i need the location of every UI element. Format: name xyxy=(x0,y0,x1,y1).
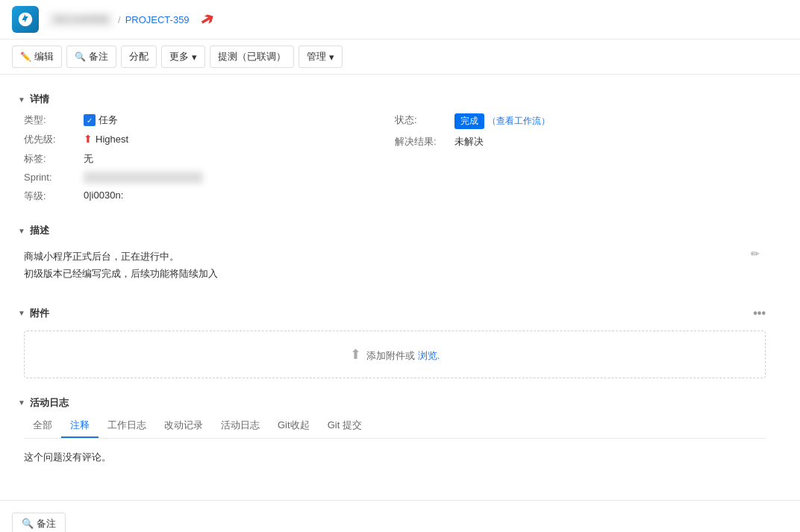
priority-row: 优先级: ⬆ Highest xyxy=(24,130,395,149)
manage-label: 管理 xyxy=(307,50,326,63)
breadcrumb-separator: / xyxy=(118,14,121,25)
attachments-section-header[interactable]: ▼ 附件 ••• xyxy=(18,301,766,325)
activity-toggle-icon: ▼ xyxy=(18,398,25,407)
attachments-section: ▼ 附件 ••• ⬆ 添加附件或 浏览. xyxy=(18,301,766,378)
priority-text: Highest xyxy=(96,134,128,145)
description-section-header[interactable]: ▼ 描述 xyxy=(18,218,766,242)
type-text: 任务 xyxy=(99,113,118,127)
activity-tabs: 全部 注释 工作日志 改动记录 活动日志 Git收起 Git 提交 xyxy=(24,414,766,439)
mention-label: 提测（已联调） xyxy=(218,50,286,63)
status-row: 状态: 完成 （查看工作流） xyxy=(395,110,766,132)
resolution-row: 解决结果: 未解决 xyxy=(395,132,766,151)
red-arrow-indicator: ➔ xyxy=(196,7,217,31)
sprint-blurred-bar xyxy=(84,172,203,184)
more-label: 更多 xyxy=(169,50,189,63)
more-button[interactable]: 更多 ▾ xyxy=(161,46,205,68)
pencil-icon: ✏️ xyxy=(20,51,31,62)
details-toggle-icon: ▼ xyxy=(18,96,25,104)
tab-comments[interactable]: 注释 xyxy=(61,414,99,438)
attachments-toggle-icon: ▼ xyxy=(18,309,25,317)
status-badge: 完成 xyxy=(454,113,484,129)
action-toolbar: ✏️ 编辑 🔍 备注 分配 更多 ▾ 提测（已联调） 管理 ▾ xyxy=(0,40,800,75)
tags-row: 标签: 无 xyxy=(24,149,395,169)
issue-id[interactable]: PROJECT-359 xyxy=(125,14,190,25)
priority-icon: ⬆ xyxy=(84,133,93,145)
rocket-icon xyxy=(17,11,34,28)
workflow-link[interactable]: （查看工作流） xyxy=(487,115,550,128)
upload-text: 添加附件或 xyxy=(366,350,415,361)
tags-value: 无 xyxy=(84,152,93,166)
details-left-col: 类型: ✓ 任务 优先级: ⬆ Highest xyxy=(24,110,395,206)
sprint-row: Sprint: xyxy=(24,169,395,187)
bottom-comment-button[interactable]: 🔍 备注 xyxy=(12,513,66,532)
type-value: ✓ 任务 xyxy=(84,113,118,127)
resolution-value: 未解决 xyxy=(454,135,484,148)
status-value: 完成 （查看工作流） xyxy=(454,113,550,129)
resolution-label: 解决结果: xyxy=(395,135,454,148)
activity-section-header[interactable]: ▼ 活动日志 xyxy=(18,390,766,414)
details-section-title: 详情 xyxy=(30,93,49,106)
edit-label: 编辑 xyxy=(34,50,54,63)
breadcrumb: 项目名称模糊 / PROJECT-359 ➔ xyxy=(48,10,213,29)
manage-button[interactable]: 管理 ▾ xyxy=(299,46,343,68)
tags-label: 标签: xyxy=(24,152,84,166)
description-section: ▼ 描述 商城小程序正式后台，正在进行中。 初级版本已经编写完成，后续功能将陆续… xyxy=(18,218,766,289)
activity-empty-message: 这个问题没有评论。 xyxy=(24,445,766,470)
activity-content: 全部 注释 工作日志 改动记录 活动日志 Git收起 Git 提交 这个问题没有… xyxy=(18,414,766,470)
level-value: 0|i0030n: xyxy=(84,190,123,201)
page-header: 项目名称模糊 / PROJECT-359 ➔ xyxy=(0,0,800,40)
details-right-col: 状态: 完成 （查看工作流） 解决结果: 未解决 xyxy=(395,110,766,206)
description-edit-icon[interactable]: ✏ xyxy=(751,245,760,263)
tab-git-pull[interactable]: Git收起 xyxy=(269,414,319,438)
attachment-dropzone[interactable]: ⬆ 添加附件或 浏览. xyxy=(24,331,766,378)
chevron-down-icon: ▾ xyxy=(192,51,197,63)
assign-label: 分配 xyxy=(129,50,149,63)
status-label: 状态: xyxy=(395,113,454,127)
level-label: 等级: xyxy=(24,190,84,203)
type-label: 类型: xyxy=(24,113,84,127)
bottom-toolbar: 🔍 备注 xyxy=(0,500,800,532)
app-logo xyxy=(12,6,39,33)
upload-icon: ⬆ xyxy=(350,347,361,362)
description-line1: 商城小程序正式后台，正在进行中。 xyxy=(24,248,766,265)
tab-changes[interactable]: 改动记录 xyxy=(155,414,212,438)
assign-button[interactable]: 分配 xyxy=(121,46,157,68)
description-section-title: 描述 xyxy=(30,224,49,237)
activity-section: ▼ 活动日志 全部 注释 工作日志 改动记录 活动日志 Git收起 Git 提交… xyxy=(18,390,766,470)
level-row: 等级: 0|i0030n: xyxy=(24,187,395,206)
search-icon: 🔍 xyxy=(75,51,86,62)
edit-button[interactable]: ✏️ 编辑 xyxy=(12,46,62,68)
details-section-header[interactable]: ▼ 详情 xyxy=(18,87,766,110)
attachments-content: ⬆ 添加附件或 浏览. xyxy=(18,331,766,378)
search-icon-bottom: 🔍 xyxy=(22,518,34,529)
sprint-value xyxy=(84,172,203,184)
attachments-more-icon[interactable]: ••• xyxy=(753,307,766,320)
attachments-section-title: 附件 xyxy=(30,307,49,320)
tab-activity[interactable]: 活动日志 xyxy=(212,414,269,438)
browse-link[interactable]: 浏览. xyxy=(418,350,440,361)
priority-label: 优先级: xyxy=(24,133,84,146)
comment-label: 备注 xyxy=(89,50,108,63)
activity-section-title: 活动日志 xyxy=(30,396,69,410)
description-toggle-icon: ▼ xyxy=(18,227,25,235)
mention-button[interactable]: 提测（已联调） xyxy=(210,46,294,68)
description-content: 商城小程序正式后台，正在进行中。 初级版本已经编写完成，后续功能将陆续加入 ✏ xyxy=(18,242,766,289)
task-checkbox-icon: ✓ xyxy=(84,114,96,126)
tab-all[interactable]: 全部 xyxy=(24,414,61,438)
description-text: 商城小程序正式后台，正在进行中。 初级版本已经编写完成，后续功能将陆续加入 ✏ xyxy=(24,242,766,289)
manage-chevron-icon: ▾ xyxy=(329,51,334,63)
comment-button[interactable]: 🔍 备注 xyxy=(66,46,116,68)
tab-git-commit[interactable]: Git 提交 xyxy=(319,414,371,438)
priority-value: ⬆ Highest xyxy=(84,133,128,145)
details-section: ▼ 详情 类型: ✓ 任务 优先级: ⬆ xyxy=(18,87,766,206)
tab-worklogs[interactable]: 工作日志 xyxy=(99,414,155,438)
type-row: 类型: ✓ 任务 xyxy=(24,110,395,130)
details-grid: 类型: ✓ 任务 优先级: ⬆ Highest xyxy=(24,110,766,206)
sprint-label: Sprint: xyxy=(24,172,84,183)
description-line2: 初级版本已经编写完成，后续功能将陆续加入 xyxy=(24,265,766,282)
main-content: ▼ 详情 类型: ✓ 任务 优先级: ⬆ xyxy=(0,87,784,488)
details-content: 类型: ✓ 任务 优先级: ⬆ Highest xyxy=(18,110,766,206)
project-name: 项目名称模糊 xyxy=(48,12,113,28)
bottom-comment-label: 备注 xyxy=(37,517,56,531)
